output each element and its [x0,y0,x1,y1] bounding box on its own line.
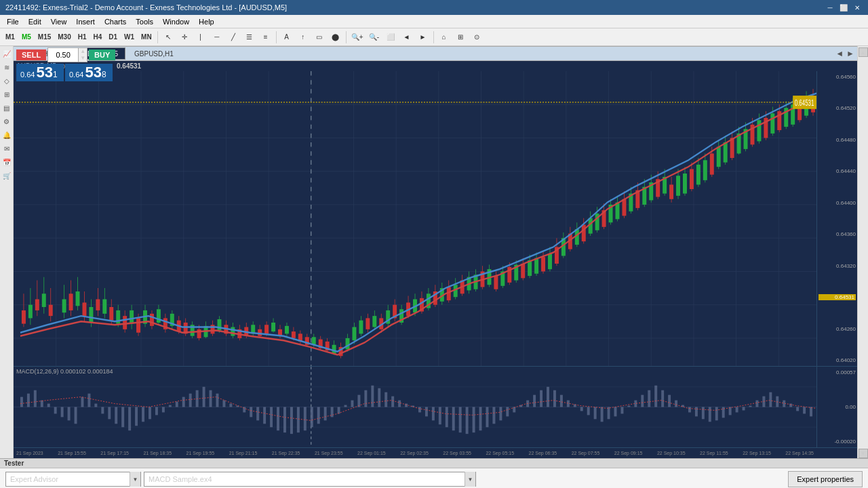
menu-edit[interactable]: Edit [24,15,45,28]
lot-up[interactable]: ▲ [79,48,87,55]
sell-button[interactable]: SELL [16,49,46,60]
time-6: 21 Sep 22:35 [272,451,300,455]
time-5: 21 Sep 21:15 [229,451,258,455]
terminal-icon[interactable]: ▤ [1,102,13,114]
svg-rect-290 [162,407,165,413]
macd-scale: 0.00057 0.00 -0.00020 [816,367,857,447]
market-icon[interactable]: 🛒 [1,169,13,182]
trendline-tool[interactable]: ╱ [226,30,241,45]
svg-rect-358 [614,407,617,417]
tab-gbpusd-h1[interactable]: GBPUSD,H1 [127,47,181,60]
text-tool[interactable]: A [279,30,294,45]
svg-rect-34 [42,293,46,307]
svg-rect-227 [696,165,701,185]
tb-h1[interactable]: H1 [75,33,90,41]
svg-rect-131 [372,316,376,327]
tb-m30[interactable]: M30 [55,33,73,41]
menu-charts[interactable]: Charts [100,15,130,28]
menu-view[interactable]: View [47,15,71,28]
indicators-icon[interactable]: ≋ [1,61,13,73]
svg-rect-369 [688,407,691,413]
close-button[interactable]: ✕ [852,2,863,13]
menu-window[interactable]: Window [159,15,193,28]
svg-rect-334 [452,407,455,431]
svg-rect-48 [96,300,100,310]
tab-scroll-left[interactable]: ◄ [835,49,844,58]
svg-rect-326 [398,401,401,407]
svg-rect-271 [34,390,37,407]
scroll-down-btn[interactable]: ▼ [859,449,868,458]
tb-mn[interactable]: MN [138,33,155,41]
svg-rect-284 [121,407,124,428]
minimize-button[interactable]: ─ [825,2,835,13]
price-chart[interactable]: 0.64531 [14,71,816,366]
tab-scroll-right[interactable]: ► [846,49,854,58]
zoom-in[interactable]: 🔍+ [349,30,366,45]
menu-insert[interactable]: Insert [72,15,99,28]
line-tool[interactable]: | [193,30,208,45]
svg-rect-125 [352,327,356,341]
lot-size-input[interactable] [48,48,78,62]
scroll-right[interactable]: ► [416,30,431,45]
ea-value-select[interactable]: MACD Sample.ex4 ▼ [144,472,476,487]
right-sidebar: ▲ ▼ [857,46,868,458]
channel-tool[interactable]: ≡ [258,30,273,45]
buy-button[interactable]: BUY [89,49,115,60]
tb-d1[interactable]: D1 [106,33,120,41]
cursor-tool[interactable]: ↖ [161,30,176,45]
svg-rect-167 [494,276,498,289]
calendar-icon[interactable]: 📅 [1,156,13,168]
sell-pips: 53 [36,65,52,80]
scroll-left[interactable]: ◄ [399,30,414,45]
lot-down[interactable]: ▼ [79,55,87,62]
title-bar: 22411492: Exness-Trial2 - Demo Account -… [0,0,868,15]
maximize-button[interactable]: ⬜ [838,2,849,13]
tb-m15[interactable]: M15 [35,33,54,41]
template-btn[interactable]: ⊞ [453,30,468,45]
fit-chart[interactable]: ⬜ [383,30,398,45]
arrow-tool[interactable]: ↑ [296,30,311,45]
mail-icon[interactable]: ✉ [1,142,13,155]
ellipse-tool[interactable]: ⬤ [328,30,343,45]
ea-type-select[interactable]: Expert Advisor ▼ [5,472,141,487]
svg-rect-340 [492,407,495,424]
ea-value-arrow[interactable]: ▼ [465,472,475,487]
new-chart-icon[interactable]: 📈 [1,47,13,60]
menu-tools[interactable]: Tools [132,15,157,28]
macd-svg [14,367,816,447]
tb-m1[interactable]: M1 [3,33,18,41]
tb-h4[interactable]: H4 [91,33,105,41]
svg-rect-339 [486,407,488,428]
ea-type-arrow[interactable]: ▼ [130,472,140,487]
zoom-out[interactable]: 🔍- [367,30,382,45]
svg-rect-349 [553,390,556,407]
sell-prefix: 0.64 [20,70,35,79]
fib-tool[interactable]: ☰ [242,30,257,45]
period-btn[interactable]: ⊙ [469,30,484,45]
alert-icon[interactable]: 🔔 [1,129,13,141]
expert-properties-button[interactable]: Expert properties [788,471,863,487]
objects-icon[interactable]: ◇ [1,75,13,87]
svg-rect-354 [587,407,590,415]
scroll-up-btn[interactable]: ▲ [859,47,868,57]
navigator-icon[interactable]: ⊞ [1,88,13,100]
strategy-icon[interactable]: ⚙ [1,115,13,127]
svg-rect-36 [49,305,53,316]
tb-w1[interactable]: W1 [121,33,137,41]
svg-rect-299 [222,401,225,407]
rect-tool[interactable]: ▭ [312,30,327,45]
svg-rect-289 [155,407,158,415]
indicator-btn[interactable]: ⌂ [437,30,452,45]
macd-level-3: -0.00020 [818,439,856,445]
menu-help[interactable]: Help [195,15,218,28]
tb-m5[interactable]: M5 [19,33,34,41]
svg-rect-329 [418,407,421,413]
price-scale: 0.64560 0.64520 0.64480 0.64440 0.64400 … [816,71,857,366]
svg-text:0.64531: 0.64531 [795,98,814,108]
menu-file[interactable]: File [3,15,23,28]
svg-rect-323 [378,388,380,407]
svg-rect-347 [540,390,542,407]
crosshair-tool[interactable]: ✛ [177,30,192,45]
time-0: 21 Sep 2023 [16,451,43,455]
hline-tool[interactable]: ─ [210,30,224,45]
